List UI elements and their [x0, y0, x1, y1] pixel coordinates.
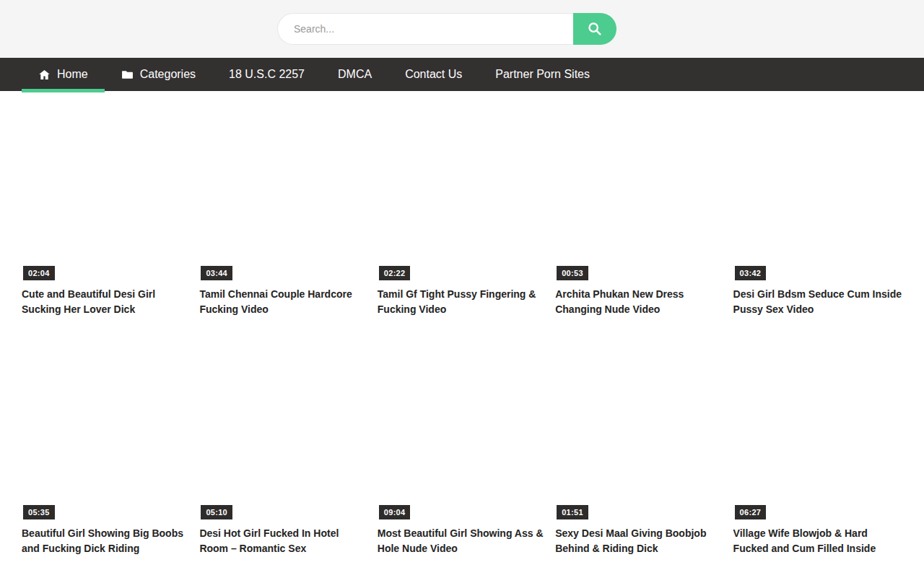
duration-badge: 02:22: [379, 266, 411, 280]
video-card: 06:27 Village Wife Blowjob & Hard Fucked…: [733, 337, 902, 556]
nav-item-label: Partner Porn Sites: [495, 68, 590, 81]
video-thumbnail[interactable]: 03:42: [733, 98, 902, 282]
duration-badge: 06:27: [735, 505, 767, 519]
video-thumbnail[interactable]: 05:35: [22, 337, 191, 521]
video-card: 09:04 Most Beautiful Girl Showing Ass & …: [378, 337, 546, 556]
nav-item-home[interactable]: Home: [22, 58, 105, 91]
video-thumbnail[interactable]: 09:04: [378, 337, 546, 521]
nav-item-contact[interactable]: Contact Us: [388, 58, 479, 91]
home-icon: [38, 69, 51, 81]
video-title[interactable]: Village Wife Blowjob & Hard Fucked and C…: [733, 526, 902, 556]
duration-badge: 03:44: [201, 266, 232, 280]
header: [0, 0, 924, 58]
video-title[interactable]: Cute and Beautiful Desi Girl Sucking Her…: [22, 287, 191, 317]
video-title[interactable]: Most Beautiful Girl Showing Ass & Hole N…: [378, 526, 546, 556]
duration-badge: 00:53: [557, 266, 588, 280]
duration-badge: 09:04: [379, 505, 411, 519]
nav-item-label: DMCA: [338, 68, 372, 81]
video-title[interactable]: Desi Hot Girl Fucked In Hotel Room – Rom…: [199, 526, 368, 556]
video-card: 02:04 Cute and Beautiful Desi Girl Sucki…: [22, 98, 191, 317]
nav-item-label: Home: [57, 68, 88, 81]
video-thumbnail[interactable]: 01:51: [555, 337, 724, 521]
nav-item-categories[interactable]: Categories: [105, 58, 212, 91]
video-title[interactable]: Tamil Chennai Couple Hardcore Fucking Vi…: [199, 287, 368, 317]
nav-item-2257[interactable]: 18 U.S.C 2257: [212, 58, 321, 91]
video-card: 03:42 Desi Girl Bdsm Seduce Cum Inside P…: [733, 98, 902, 317]
duration-badge: 01:51: [557, 505, 588, 519]
duration-badge: 03:42: [735, 266, 767, 280]
video-title[interactable]: Archita Phukan New Dress Changing Nude V…: [555, 287, 724, 317]
duration-badge: 05:10: [201, 505, 232, 519]
video-card: 00:53 Archita Phukan New Dress Changing …: [555, 98, 724, 317]
video-title[interactable]: Tamil Gf Tight Pussy Fingering & Fucking…: [378, 287, 546, 317]
folder-icon: [121, 69, 134, 81]
video-title[interactable]: Desi Girl Bdsm Seduce Cum Inside Pussy S…: [733, 287, 902, 317]
nav-item-label: Categories: [140, 68, 196, 81]
video-title[interactable]: Beautiful Girl Showing Big Boobs and Fuc…: [22, 526, 191, 556]
video-card: 05:10 Desi Hot Girl Fucked In Hotel Room…: [199, 337, 368, 556]
search-icon: [587, 21, 603, 37]
video-grid: 02:04 Cute and Beautiful Desi Girl Sucki…: [0, 91, 924, 578]
video-thumbnail[interactable]: 06:27: [733, 337, 902, 521]
search-form: [277, 13, 616, 45]
video-card: 01:51 Sexy Desi Maal Giving Boobjob Behi…: [555, 337, 724, 556]
video-thumbnail[interactable]: 02:22: [378, 98, 546, 282]
video-thumbnail[interactable]: 02:04: [22, 98, 191, 282]
main-nav: Home Categories 18 U.S.C 2257 DMCA Conta…: [0, 58, 924, 91]
nav-item-partner-sites[interactable]: Partner Porn Sites: [479, 58, 606, 91]
video-thumbnail[interactable]: 00:53: [555, 98, 724, 282]
search-input[interactable]: [277, 13, 573, 45]
video-card: 02:22 Tamil Gf Tight Pussy Fingering & F…: [378, 98, 546, 317]
nav-item-label: 18 U.S.C 2257: [229, 68, 305, 81]
search-button[interactable]: [573, 13, 616, 45]
video-card: 05:35 Beautiful Girl Showing Big Boobs a…: [22, 337, 191, 556]
duration-badge: 05:35: [23, 505, 55, 519]
video-card: 03:44 Tamil Chennai Couple Hardcore Fuck…: [199, 98, 368, 317]
video-thumbnail[interactable]: 03:44: [199, 98, 368, 282]
nav-item-label: Contact Us: [405, 68, 462, 81]
video-thumbnail[interactable]: 05:10: [199, 337, 368, 521]
video-title[interactable]: Sexy Desi Maal Giving Boobjob Behind & R…: [555, 526, 724, 556]
nav-item-dmca[interactable]: DMCA: [321, 58, 388, 91]
duration-badge: 02:04: [23, 266, 55, 280]
